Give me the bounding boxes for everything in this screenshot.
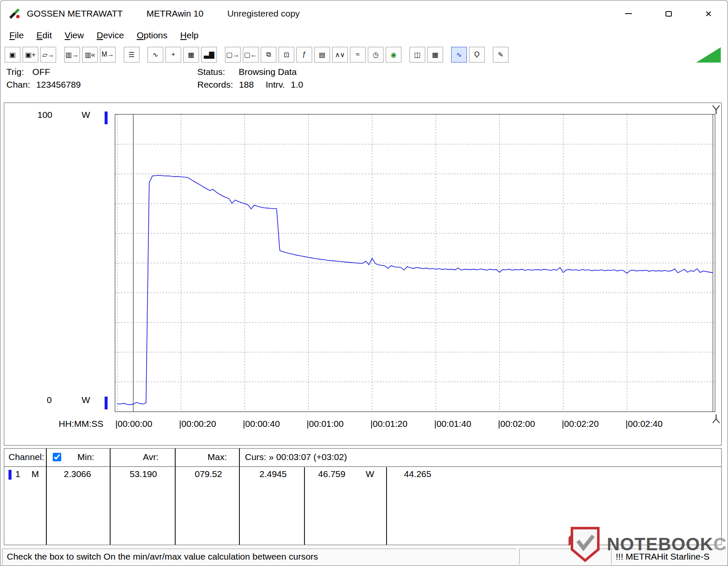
notebookcheck-shield-icon xyxy=(565,525,604,564)
chan-label: Chan: xyxy=(6,80,30,90)
toolbar: ▣▣+▱→▥→▥«M→☰∿+▦▃▇▢→▢←⧉⊡ƒ▤∧∨≈◷◉◫▦∿Ϙ✎ xyxy=(5,44,723,65)
table-separator xyxy=(386,467,387,545)
value-avr: 53.190 xyxy=(130,469,157,479)
window-export-button[interactable]: ▢→ xyxy=(225,47,241,63)
table-separator xyxy=(175,449,176,545)
export-memory-button[interactable]: M→ xyxy=(100,47,116,63)
formula-button[interactable]: ƒ xyxy=(296,47,312,63)
interval-value: 1.0 xyxy=(291,80,303,90)
col-header-avr: Avr: xyxy=(143,452,159,462)
x-tick-label: |00:01:20 xyxy=(370,419,407,429)
keyboard-button[interactable]: ☰ xyxy=(124,47,139,63)
crosshair-view-button[interactable]: + xyxy=(165,47,181,63)
x-tick-label: |00:00:40 xyxy=(243,419,280,429)
toolbar-separator xyxy=(487,47,493,63)
table-separator xyxy=(239,449,240,545)
x-tick-label: |00:00:20 xyxy=(179,419,216,429)
value-min: 2.3066 xyxy=(64,469,91,479)
minmax-between-cursors-checkbox[interactable] xyxy=(53,453,61,461)
toolbar-separator xyxy=(445,47,451,63)
cursor-handle-top-icon[interactable] xyxy=(711,105,721,115)
y-axis-unit-bottom: W xyxy=(82,395,90,405)
menu-view[interactable]: View xyxy=(58,29,90,42)
x-axis: HH:MM:SS |00:00:00|00:00:20|00:00:40|00:… xyxy=(4,419,721,433)
interval-label: Intrv. xyxy=(266,80,285,90)
window-import-button[interactable]: ▢← xyxy=(243,47,259,63)
records-label: Records: xyxy=(197,80,233,90)
info-bar: Trig: OFF Chan: 123456789 Status: Browsi… xyxy=(0,65,728,103)
device-read-button[interactable]: ▤ xyxy=(314,47,330,63)
window-cascade-button[interactable]: ⧉ xyxy=(261,47,276,63)
save-button[interactable]: ▣ xyxy=(5,47,20,63)
value-cursor1: 2.4945 xyxy=(259,469,287,479)
y-axis-unit-top: W xyxy=(82,110,90,120)
chart-line-view-button[interactable]: ∿ xyxy=(148,47,163,63)
print-preview-button[interactable]: ◫ xyxy=(410,47,425,63)
maximize-button[interactable] xyxy=(659,5,678,23)
table-separator xyxy=(110,449,111,545)
table-header-rule xyxy=(4,466,721,467)
x-axis-format-label: HH:MM:SS xyxy=(59,419,103,429)
window-controls: × xyxy=(619,0,718,27)
toolbar-separator xyxy=(58,47,64,63)
table-separator xyxy=(304,467,305,545)
col-header-min: Min: xyxy=(77,452,94,462)
export-device-button[interactable]: ▥→ xyxy=(64,47,80,63)
table-view-button[interactable]: ▦ xyxy=(183,47,199,63)
plot-area[interactable] xyxy=(115,114,715,412)
monitor-button[interactable]: ⊡ xyxy=(279,47,294,63)
x-tick-label: |00:00:00 xyxy=(115,419,152,429)
device-timer-button[interactable]: ◷ xyxy=(368,47,384,63)
menu-edit[interactable]: Edit xyxy=(30,29,58,42)
zoom-wave-button[interactable]: ∿ xyxy=(451,47,467,63)
minimize-icon xyxy=(625,13,632,14)
col-header-channel: Channel: xyxy=(9,452,44,462)
annotation-button[interactable]: ✎ xyxy=(493,47,509,63)
records-value: 188 xyxy=(239,80,254,90)
toolbar-buttons: ▣▣+▱→▥→▥«M→☰∿+▦▃▇▢→▢←⧉⊡ƒ▤∧∨≈◷◉◫▦∿Ϙ✎ xyxy=(5,47,511,63)
chan-value: 123456789 xyxy=(36,80,81,90)
value-cursor2-unit: W xyxy=(366,469,374,479)
channel-type: M xyxy=(31,469,39,479)
close-button[interactable]: × xyxy=(699,5,718,23)
channel-color-marker xyxy=(9,470,11,480)
print-button[interactable]: ▦ xyxy=(427,47,443,63)
wave-split-button[interactable]: ∧∨ xyxy=(332,47,348,63)
chart-panel: 100 W 0 W HH:MM:SS |00:00:00|00:00:20|00… xyxy=(4,103,722,446)
x-tick-label: |00:02:40 xyxy=(626,419,663,429)
value-delta: 44.265 xyxy=(404,469,431,479)
value-cursor2: 46.759 xyxy=(318,469,345,479)
menu-options[interactable]: Options xyxy=(130,29,173,42)
wave-button[interactable]: ≈ xyxy=(350,47,366,63)
col-header-max: Max: xyxy=(208,452,227,462)
notebookcheck-watermark: NOTEBOOKCHECK xyxy=(565,525,728,564)
x-tick-label: |00:02:20 xyxy=(562,419,599,429)
value-max: 079.52 xyxy=(195,469,222,479)
channel-range-marker-top xyxy=(105,111,108,124)
power-trace xyxy=(117,175,713,405)
power-chart xyxy=(115,114,715,412)
menu-help[interactable]: Help xyxy=(174,29,205,42)
x-tick-label: |00:01:00 xyxy=(307,419,344,429)
bar-chart-view-button[interactable]: ▃▇ xyxy=(201,47,217,63)
watermark-text-secondary: CHECK xyxy=(714,534,728,554)
menu-device[interactable]: Device xyxy=(90,29,130,42)
export-30k-button[interactable]: ▥« xyxy=(82,47,98,63)
device-status-button[interactable]: ◉ xyxy=(386,47,401,63)
menu-file[interactable]: File xyxy=(3,29,30,42)
title-brand: GOSSEN METRAWATT xyxy=(27,9,123,19)
app-window: GOSSEN METRAWATT METRAwin 10 Unregistere… xyxy=(0,0,728,566)
zoom-search-button[interactable]: Ϙ xyxy=(469,47,485,63)
open-file-button[interactable]: ▱→ xyxy=(40,47,56,63)
toolbar-separator xyxy=(118,47,124,63)
save-as-button[interactable]: ▣+ xyxy=(23,47,38,63)
toolbar-separator xyxy=(219,47,225,63)
title-app-name: METRAwin 10 xyxy=(147,9,204,19)
title-bar: GOSSEN METRAWATT METRAwin 10 Unregistere… xyxy=(0,0,728,27)
minimize-button[interactable] xyxy=(619,5,638,23)
channel-range-marker-bottom xyxy=(105,397,108,409)
toolbar-separator xyxy=(142,47,148,63)
x-tick-label: |00:02:00 xyxy=(498,419,535,429)
maximize-icon xyxy=(665,11,672,17)
y-axis-min-label: 0 xyxy=(47,395,52,405)
